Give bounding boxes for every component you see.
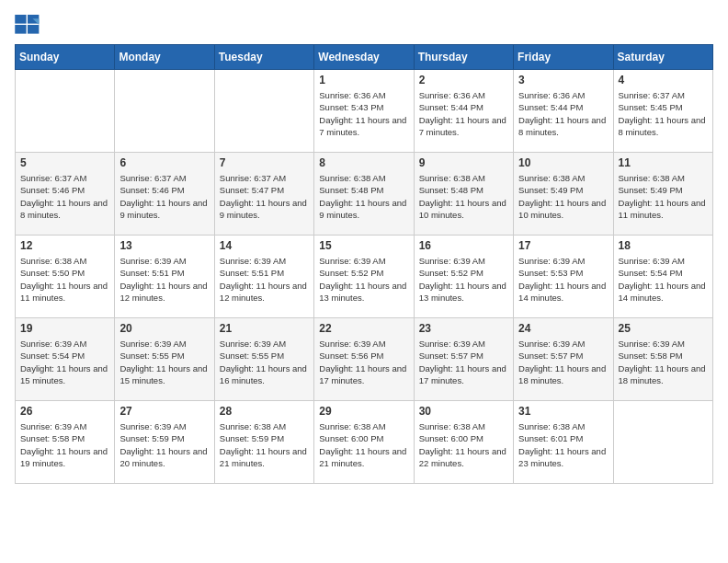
calendar-cell: 9Sunrise: 6:38 AMSunset: 5:48 PMDaylight… xyxy=(414,153,513,236)
daylight-hours: Daylight: 11 hours and 18 minutes. xyxy=(518,363,606,385)
daylight-hours: Daylight: 11 hours and 8 minutes. xyxy=(619,115,706,137)
daylight-hours: Daylight: 11 hours and 10 minutes. xyxy=(419,198,506,220)
sunrise-info: Sunrise: 6:38 AM xyxy=(319,173,385,183)
day-info: Sunrise: 6:37 AMSunset: 5:46 PMDaylight:… xyxy=(119,172,209,221)
day-info: Sunrise: 6:38 AMSunset: 5:49 PMDaylight:… xyxy=(518,172,608,221)
sunset-info: Sunset: 5:57 PM xyxy=(419,350,483,361)
day-number: 8 xyxy=(319,156,408,169)
sunset-info: Sunset: 6:00 PM xyxy=(419,433,483,443)
day-info: Sunrise: 6:38 AMSunset: 5:50 PMDaylight:… xyxy=(20,255,109,304)
calendar-cell: 10Sunrise: 6:38 AMSunset: 5:49 PMDayligh… xyxy=(514,153,613,236)
daylight-hours: Daylight: 11 hours and 21 minutes. xyxy=(220,446,307,468)
daylight-hours: Daylight: 11 hours and 19 minutes. xyxy=(20,446,108,468)
calendar-cell: 16Sunrise: 6:39 AMSunset: 5:52 PMDayligh… xyxy=(414,236,513,318)
daylight-hours: Daylight: 11 hours and 22 minutes. xyxy=(419,446,506,468)
calendar-cell: 11Sunrise: 6:38 AMSunset: 5:49 PMDayligh… xyxy=(613,153,712,236)
col-header-tuesday: Tuesday xyxy=(214,45,313,70)
sunrise-info: Sunrise: 6:38 AM xyxy=(419,173,485,183)
day-number: 22 xyxy=(319,322,408,335)
calendar-cell: 21Sunrise: 6:39 AMSunset: 5:55 PMDayligh… xyxy=(214,318,313,401)
calendar-week-3: 12Sunrise: 6:38 AMSunset: 5:50 PMDayligh… xyxy=(16,236,713,318)
day-info: Sunrise: 6:39 AMSunset: 5:55 PMDaylight:… xyxy=(220,338,309,386)
day-number: 31 xyxy=(518,405,608,418)
sunrise-info: Sunrise: 6:39 AM xyxy=(518,339,585,349)
day-info: Sunrise: 6:39 AMSunset: 5:56 PMDaylight:… xyxy=(319,338,408,386)
day-number: 4 xyxy=(619,74,708,86)
calendar-cell: 7Sunrise: 6:37 AMSunset: 5:47 PMDaylight… xyxy=(214,153,313,236)
day-number: 25 xyxy=(619,322,708,335)
col-header-thursday: Thursday xyxy=(414,45,513,70)
day-info: Sunrise: 6:37 AMSunset: 5:46 PMDaylight:… xyxy=(20,172,109,221)
sunrise-info: Sunrise: 6:37 AM xyxy=(20,173,86,183)
sunrise-info: Sunrise: 6:37 AM xyxy=(619,90,685,100)
day-number: 6 xyxy=(119,156,209,169)
sunset-info: Sunset: 5:53 PM xyxy=(518,268,583,278)
sunset-info: Sunset: 5:43 PM xyxy=(319,102,383,112)
calendar-cell: 4Sunrise: 6:37 AMSunset: 5:45 PMDaylight… xyxy=(613,70,712,153)
day-number: 2 xyxy=(419,74,508,86)
sunset-info: Sunset: 5:58 PM xyxy=(619,350,683,361)
logo xyxy=(15,15,44,35)
sunrise-info: Sunrise: 6:38 AM xyxy=(220,421,286,431)
day-info: Sunrise: 6:38 AMSunset: 6:00 PMDaylight:… xyxy=(419,420,508,469)
calendar-cell xyxy=(16,70,115,153)
sunrise-info: Sunrise: 6:38 AM xyxy=(619,173,685,183)
calendar-week-4: 19Sunrise: 6:39 AMSunset: 5:54 PMDayligh… xyxy=(16,318,713,401)
day-info: Sunrise: 6:39 AMSunset: 5:53 PMDaylight:… xyxy=(518,255,608,304)
calendar-cell: 28Sunrise: 6:38 AMSunset: 5:59 PMDayligh… xyxy=(214,401,313,484)
daylight-hours: Daylight: 11 hours and 18 minutes. xyxy=(619,363,706,385)
sunrise-info: Sunrise: 6:38 AM xyxy=(20,256,86,266)
day-info: Sunrise: 6:38 AMSunset: 5:59 PMDaylight:… xyxy=(220,420,309,469)
sunrise-info: Sunrise: 6:39 AM xyxy=(619,256,685,266)
day-info: Sunrise: 6:37 AMSunset: 5:45 PMDaylight:… xyxy=(619,89,708,138)
daylight-hours: Daylight: 11 hours and 7 minutes. xyxy=(319,115,406,137)
day-info: Sunrise: 6:39 AMSunset: 5:58 PMDaylight:… xyxy=(20,420,109,469)
calendar-cell xyxy=(214,70,313,153)
sunset-info: Sunset: 5:51 PM xyxy=(119,268,184,278)
daylight-hours: Daylight: 11 hours and 15 minutes. xyxy=(119,363,207,385)
daylight-hours: Daylight: 11 hours and 7 minutes. xyxy=(419,115,506,137)
sunset-info: Sunset: 6:00 PM xyxy=(319,433,383,443)
calendar-cell: 24Sunrise: 6:39 AMSunset: 5:57 PMDayligh… xyxy=(514,318,613,401)
calendar-cell: 20Sunrise: 6:39 AMSunset: 5:55 PMDayligh… xyxy=(115,318,214,401)
day-info: Sunrise: 6:36 AMSunset: 5:44 PMDaylight:… xyxy=(419,89,508,138)
day-info: Sunrise: 6:39 AMSunset: 5:57 PMDaylight:… xyxy=(419,338,508,386)
daylight-hours: Daylight: 11 hours and 11 minutes. xyxy=(619,198,706,220)
day-info: Sunrise: 6:38 AMSunset: 6:00 PMDaylight:… xyxy=(319,420,408,469)
calendar-table: SundayMondayTuesdayWednesdayThursdayFrid… xyxy=(15,44,713,484)
day-number: 7 xyxy=(220,156,309,169)
sunrise-info: Sunrise: 6:39 AM xyxy=(419,256,485,266)
day-info: Sunrise: 6:36 AMSunset: 5:44 PMDaylight:… xyxy=(518,89,608,138)
sunrise-info: Sunrise: 6:38 AM xyxy=(319,421,385,431)
svg-rect-0 xyxy=(15,15,26,24)
calendar-cell: 18Sunrise: 6:39 AMSunset: 5:54 PMDayligh… xyxy=(613,236,712,318)
sunrise-info: Sunrise: 6:39 AM xyxy=(319,339,385,349)
daylight-hours: Daylight: 11 hours and 10 minutes. xyxy=(518,198,606,220)
day-info: Sunrise: 6:39 AMSunset: 5:59 PMDaylight:… xyxy=(119,420,209,469)
calendar-cell: 13Sunrise: 6:39 AMSunset: 5:51 PMDayligh… xyxy=(115,236,214,318)
calendar-cell: 8Sunrise: 6:38 AMSunset: 5:48 PMDaylight… xyxy=(314,153,414,236)
calendar-cell: 22Sunrise: 6:39 AMSunset: 5:56 PMDayligh… xyxy=(314,318,414,401)
sunrise-info: Sunrise: 6:36 AM xyxy=(518,90,585,100)
sunrise-info: Sunrise: 6:39 AM xyxy=(20,339,86,349)
sunset-info: Sunset: 5:54 PM xyxy=(619,268,683,278)
sunset-info: Sunset: 5:54 PM xyxy=(20,350,85,361)
sunrise-info: Sunrise: 6:39 AM xyxy=(319,256,385,266)
day-info: Sunrise: 6:38 AMSunset: 6:01 PMDaylight:… xyxy=(518,420,608,469)
calendar-cell: 29Sunrise: 6:38 AMSunset: 6:00 PMDayligh… xyxy=(314,401,414,484)
sunrise-info: Sunrise: 6:39 AM xyxy=(119,339,186,349)
daylight-hours: Daylight: 11 hours and 17 minutes. xyxy=(319,363,406,385)
daylight-hours: Daylight: 11 hours and 21 minutes. xyxy=(319,446,406,468)
col-header-wednesday: Wednesday xyxy=(314,45,414,70)
daylight-hours: Daylight: 11 hours and 20 minutes. xyxy=(119,446,207,468)
day-number: 16 xyxy=(419,239,508,252)
svg-marker-3 xyxy=(28,25,39,34)
col-header-sunday: Sunday xyxy=(16,45,115,70)
day-info: Sunrise: 6:39 AMSunset: 5:57 PMDaylight:… xyxy=(518,338,608,386)
calendar-cell: 3Sunrise: 6:36 AMSunset: 5:44 PMDaylight… xyxy=(514,70,613,153)
calendar-cell: 17Sunrise: 6:39 AMSunset: 5:53 PMDayligh… xyxy=(514,236,613,318)
daylight-hours: Daylight: 11 hours and 12 minutes. xyxy=(220,281,307,303)
sunrise-info: Sunrise: 6:39 AM xyxy=(619,339,685,349)
day-info: Sunrise: 6:39 AMSunset: 5:55 PMDaylight:… xyxy=(119,338,209,386)
day-info: Sunrise: 6:39 AMSunset: 5:51 PMDaylight:… xyxy=(220,255,309,304)
